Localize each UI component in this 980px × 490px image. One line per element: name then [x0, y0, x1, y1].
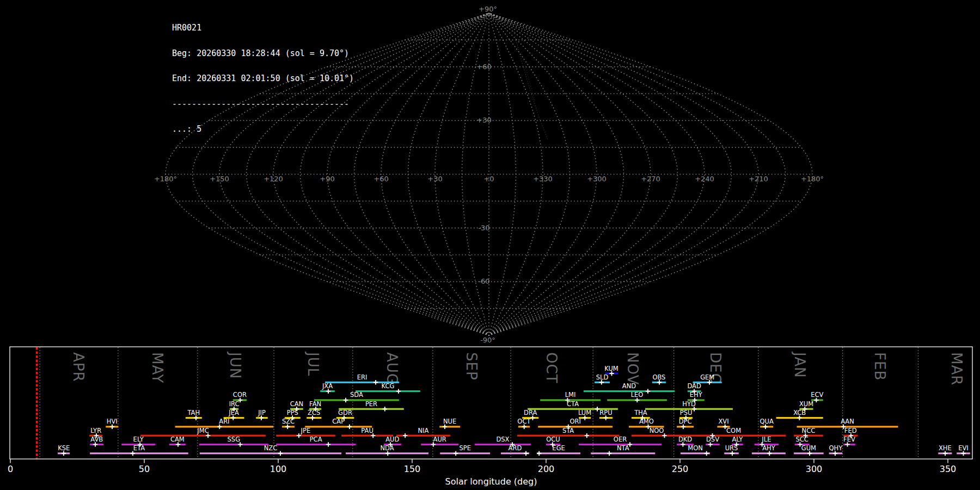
month-label-JAN: JAN [792, 351, 808, 378]
shower-label-MON: MON [688, 444, 703, 452]
month-label-MAR: MAR [948, 352, 965, 385]
shower-label-LUM: LUM [578, 409, 591, 416]
peak-marker-KCG [396, 389, 401, 393]
longitude-label: +90 [320, 175, 334, 183]
longitude-label: +300 [587, 175, 607, 183]
shower-label-SLD: SLD [596, 373, 609, 381]
peak-marker-PER [383, 407, 387, 411]
shower-bar-AND [584, 390, 675, 392]
shower-label-ERI: ERI [357, 373, 367, 381]
shower-label-LEO: LEO [631, 391, 644, 399]
shower-label-EVI: EVI [958, 444, 969, 452]
shower-label-ORI: ORI [569, 418, 580, 425]
shower-label-AAN: AAN [841, 418, 854, 425]
shower-label-OCT: OCT [517, 418, 531, 425]
axis-tick-label: 150 [404, 464, 421, 474]
shower-label-KSE: KSE [58, 444, 70, 452]
shower-bar-DSX [475, 444, 531, 445]
grid-meridian [489, 13, 786, 335]
grid-meridian [489, 13, 516, 335]
peak-marker-SPE [454, 451, 458, 456]
shower-label-NZC: NZC [264, 444, 278, 452]
grid-meridian [489, 13, 597, 335]
longitude-label: +270 [641, 175, 660, 183]
latitude-label: +60 [476, 63, 491, 71]
longitude-label: +30 [427, 175, 442, 183]
shower-label-QUA: QUA [760, 418, 774, 425]
shower-label-NTA: NTA [617, 444, 629, 452]
shower-label-SZC: SZC [282, 418, 295, 425]
shower-label-GDR: GDR [338, 409, 352, 416]
shower-label-JEA: JEA [228, 409, 239, 416]
sky-map-and-timeline-plot: +180°+150+120+90+60+30+0+330+300+270+240… [0, 0, 980, 490]
x-axis-title: Solar longitude (deg) [445, 476, 537, 487]
shower-label-GUM: GUM [801, 444, 816, 452]
peak-marker-CTA [595, 407, 599, 411]
shower-bar-SPE [440, 452, 490, 454]
shower-label-ALY: ALY [732, 436, 743, 443]
run-id: HR0021 [172, 24, 354, 33]
grid-meridian [489, 13, 624, 335]
shower-label-ETA: ETA [133, 444, 145, 452]
axis-tick-label: 50 [139, 464, 150, 474]
shower-bar-NTA [591, 452, 655, 454]
shower-bar-JMC [140, 435, 266, 437]
shower-label-PAU: PAU [361, 427, 373, 434]
month-label-NOV: NOV [624, 352, 641, 385]
month-label-APR: APR [70, 352, 87, 382]
shower-bar-JPE [276, 435, 335, 437]
month-label-SEP: SEP [463, 352, 480, 381]
latitude-label: -60 [478, 277, 489, 285]
shower-label-SSG: SSG [228, 436, 241, 443]
longitude-label: +180° [801, 175, 824, 183]
observation-header: HR0021 Beg: 20260330 18:28:44 (sol = 9.7… [172, 7, 354, 151]
app-window: +180°+150+120+90+60+30+0+330+300+270+240… [0, 0, 980, 490]
shower-label-NIA: NIA [418, 427, 428, 434]
peak-marker-SDA [344, 398, 348, 402]
shower-label-XVI: XVI [718, 418, 728, 425]
peak-marker-NTA [607, 451, 611, 456]
shower-label-FED: FED [844, 427, 857, 434]
peak-marker-ERI [373, 380, 378, 384]
faint-drift-track [514, 32, 548, 139]
latitude-label: +90° [479, 5, 497, 13]
longitude-label: +180° [154, 175, 177, 183]
peak-marker-NIA [403, 433, 407, 438]
shower-label-DPC: DPC [679, 418, 692, 425]
peak-marker-ARD [524, 451, 528, 456]
shower-label-THA: THA [634, 409, 647, 416]
shower-label-TAH: TAH [187, 409, 200, 416]
axis-tick-label: 0 [8, 464, 13, 474]
month-label-JUL: JUL [305, 351, 321, 376]
shower-label-NCC: NCC [802, 427, 816, 434]
longitude-label: +120 [264, 175, 283, 183]
shower-label-CAM: CAM [170, 436, 185, 443]
shower-label-STA: STA [562, 427, 574, 434]
longitude-label: +210 [749, 175, 768, 183]
latitude-label: +30 [476, 116, 491, 124]
shower-bar-STA [517, 435, 620, 437]
shower-label-FAN: FAN [309, 400, 321, 408]
shower-label-AND: AND [622, 382, 636, 390]
shower-bar-PCA [276, 444, 356, 445]
shower-label-DSV: DSV [706, 436, 719, 443]
grid-meridian [489, 13, 812, 335]
shower-label-PSU: PSU [680, 409, 693, 416]
shower-label-QHY: QHY [829, 444, 843, 452]
month-label-AUG: AUG [384, 352, 400, 385]
shower-label-EGE: EGE [552, 444, 565, 452]
shower-label-IRC: IRC [229, 400, 240, 408]
shower-label-RPU: RPU [599, 409, 612, 416]
shower-label-KCG: KCG [382, 382, 395, 390]
axis-tick-label: 250 [672, 464, 689, 474]
shower-bar-SDA [314, 399, 399, 401]
shower-bar-KCG [356, 390, 420, 392]
shower-label-AUD: AUD [385, 436, 399, 443]
shower-bar-ETA [90, 452, 188, 454]
shower-bar-NOO [632, 435, 682, 437]
shower-label-DSX: DSX [496, 436, 509, 443]
longitude-label: +60 [373, 175, 388, 183]
peak-marker-EGE [537, 451, 541, 456]
month-label-FEB: FEB [872, 352, 888, 381]
longitude-label: +150 [210, 175, 229, 183]
